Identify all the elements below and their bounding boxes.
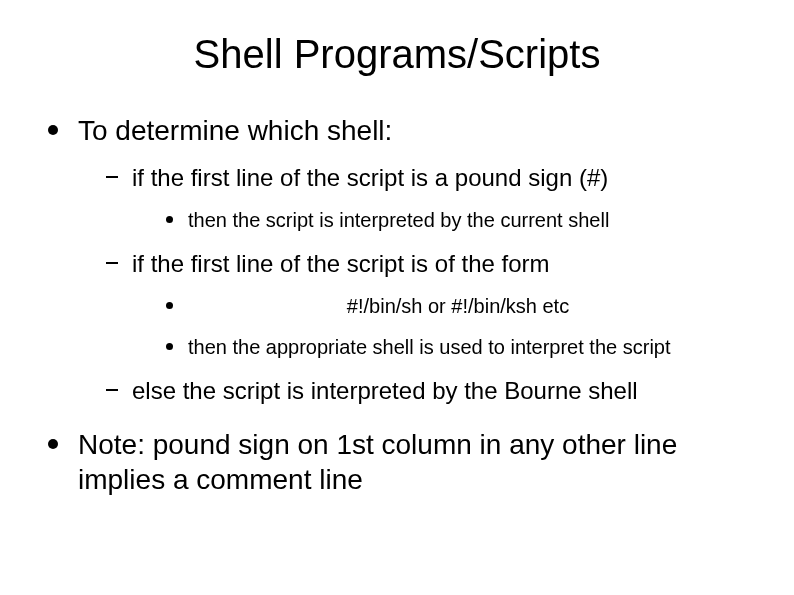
bullet-list-level2: if the first line of the script is a pou… [78, 162, 750, 407]
bullet-l3-text: then the script is interpreted by the cu… [188, 209, 609, 231]
bullet-l1-text: To determine which shell: [78, 115, 392, 146]
bullet-l2-item: if the first line of the script is a pou… [106, 162, 750, 234]
bullet-l2-text: if the first line of the script is a pou… [132, 164, 608, 191]
bullet-l3-item: #!/bin/sh or #!/bin/ksh etc [166, 293, 750, 320]
bullet-l3-item: then the appropriate shell is used to in… [166, 334, 750, 361]
bullet-l3-item: then the script is interpreted by the cu… [166, 207, 750, 234]
bullet-l1-text: Note: pound sign on 1st column in any ot… [78, 429, 677, 495]
bullet-list-level3: #!/bin/sh or #!/bin/ksh etc then the app… [132, 293, 750, 361]
bullet-l1-item: Note: pound sign on 1st column in any ot… [44, 427, 750, 497]
bullet-l1-item: To determine which shell: if the first l… [44, 113, 750, 407]
bullet-list-level1: To determine which shell: if the first l… [44, 113, 750, 497]
bullet-l3-text: then the appropriate shell is used to in… [188, 336, 671, 358]
bullet-l3-text: #!/bin/sh or #!/bin/ksh etc [188, 293, 750, 320]
slide-title: Shell Programs/Scripts [44, 32, 750, 77]
bullet-l2-item: else the script is interpreted by the Bo… [106, 375, 750, 406]
bullet-list-level3: then the script is interpreted by the cu… [132, 207, 750, 234]
slide: Shell Programs/Scripts To determine whic… [0, 0, 794, 595]
bullet-l2-item: if the first line of the script is of th… [106, 248, 750, 361]
bullet-l2-text: if the first line of the script is of th… [132, 250, 550, 277]
bullet-l2-text: else the script is interpreted by the Bo… [132, 377, 638, 404]
